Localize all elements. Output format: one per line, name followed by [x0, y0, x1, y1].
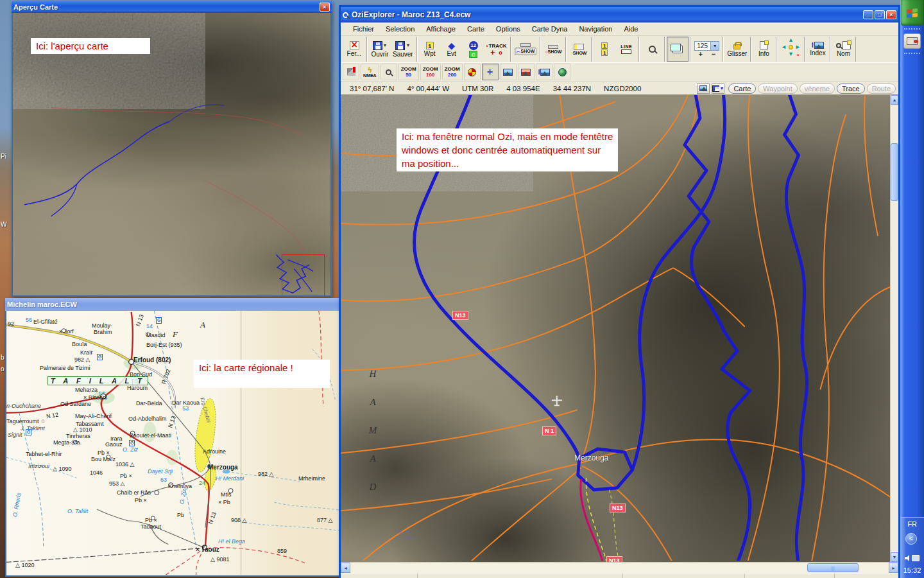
zoom-50-button[interactable]: ZOOM50 [398, 64, 419, 80]
show-routes-button[interactable]: SHOW [568, 37, 590, 62]
zoom-out-icon[interactable]: − [712, 51, 715, 57]
map-label: 982 △ [74, 356, 90, 363]
volume-icon[interactable] [905, 555, 911, 561]
distance-tools-button[interactable]: 11 [594, 37, 615, 62]
position-tool-button[interactable] [343, 64, 359, 80]
menu-selection[interactable]: Selection [380, 24, 420, 34]
compass-rose-button[interactable] [464, 64, 481, 80]
apercu-map[interactable]: Ici: l'aperçu carte [12, 13, 332, 297]
map-label: J. Taklimt [21, 425, 45, 432]
index-button[interactable]: IIndex [807, 37, 828, 62]
quick-launch-app-button[interactable] [903, 33, 921, 49]
minimize-icon[interactable]: _ [863, 10, 873, 19]
pan-down-icon[interactable]: ▼ [788, 51, 794, 57]
vertical-scroll-thumb[interactable] [891, 143, 898, 201]
auto-center-button[interactable]: ✛ [482, 64, 499, 80]
menu-options[interactable]: Options [490, 24, 526, 34]
pan-up-icon[interactable]: ▲ [788, 37, 794, 43]
event-tab-button[interactable]: vèneme [800, 83, 835, 94]
open-button[interactable]: ▼Ouvrir [369, 37, 391, 62]
map-image-alt-button[interactable] [518, 64, 535, 80]
vertical-scrollbar[interactable]: ▲ ▼ [890, 95, 898, 562]
menu-navigation[interactable]: Navigation [573, 24, 618, 34]
menu-affichage[interactable]: Affichage [420, 24, 461, 34]
map-label: Pb × [135, 497, 147, 504]
trace-tab-button[interactable]: Trace [837, 83, 865, 94]
info-button[interactable]: Info [753, 37, 774, 62]
horizontal-scroll-thumb[interactable]: ||| [807, 563, 859, 572]
point-count-button[interactable]: 12C [463, 37, 484, 62]
map-label: Pb × [145, 517, 157, 523]
event-button[interactable]: ◆Evt [441, 37, 463, 62]
windows-logo-icon [907, 8, 918, 18]
map-label: May-Ali-Chérif [75, 413, 112, 419]
index-map-icon [814, 42, 824, 49]
scroll-left-icon[interactable]: ◄ [341, 563, 350, 573]
app-icon [343, 12, 348, 18]
scroll-right-icon[interactable]: ► [889, 563, 898, 573]
chevron-down-icon[interactable]: ▼ [710, 42, 719, 50]
map-label: Dar-Belda [136, 400, 162, 407]
menu-carte-dyna[interactable]: Carte Dyna [526, 24, 574, 34]
map-label: R 702 [160, 368, 172, 385]
carte-tab-button[interactable]: Carte [728, 83, 756, 94]
map-image-button[interactable] [500, 64, 517, 80]
map-label: Zaouiet-el-Maati [130, 432, 171, 439]
name-search-button[interactable]: Nom [832, 37, 854, 62]
pan-right-icon[interactable]: ► [795, 44, 801, 50]
michelin-map[interactable]: 9256El-Gfifaté× JorfMoulay-BrahimN 13Maa… [5, 311, 386, 577]
nmea-button[interactable]: ϟNMEA [361, 64, 379, 80]
pan-left-icon[interactable]: ◄ [781, 44, 787, 50]
magnify-button[interactable] [641, 37, 663, 62]
menu-fichier[interactable]: Fichier [347, 24, 380, 34]
image-info-button[interactable]: I [536, 64, 553, 80]
map-label: F [173, 329, 178, 340]
quicksave-button[interactable]: ▼ [712, 83, 724, 94]
zoom-100-button[interactable]: ZOOM100 [420, 64, 441, 80]
waypoint-button[interactable]: 1Wpt [419, 37, 441, 62]
zoom-plus-button[interactable] [381, 64, 397, 80]
save-button[interactable]: ▼Sauver [391, 37, 415, 62]
apercu-titlebar[interactable]: Aperçu Carte × [12, 1, 332, 13]
line-tools-button[interactable]: LINE [615, 37, 637, 62]
route-shield: N13 [606, 556, 622, 562]
waypoint-tab-button[interactable]: Waypoint [758, 83, 797, 94]
track-control-button[interactable]: TRACK+o [484, 37, 509, 62]
overview-selection-rect[interactable] [282, 254, 325, 297]
scroll-down-icon[interactable]: ▼ [891, 552, 898, 562]
scroll-up-icon[interactable]: ▲ [891, 95, 898, 105]
label: b [1, 354, 4, 361]
close-map-button[interactable]: Fer... [343, 37, 365, 62]
drag-lock-button[interactable]: Glisser [725, 37, 749, 62]
horizontal-scrollbar[interactable]: ◄ ||| ► [341, 562, 898, 573]
close-icon[interactable]: × [320, 3, 330, 12]
web-map-button[interactable] [554, 64, 570, 80]
pan-cancel-icon[interactable]: × [796, 53, 799, 57]
window-mode-button[interactable] [667, 37, 689, 62]
show-track-button[interactable]: SHOW [513, 37, 539, 62]
count-badge: 12 [469, 41, 478, 50]
language-indicator[interactable]: FR [900, 520, 924, 528]
map-label: O. Talilit [67, 508, 88, 514]
map-label: Erfoud (802) [133, 356, 171, 363]
hide-icons-chevron[interactable]: < [905, 533, 917, 545]
ozi-titlebar[interactable]: OziExplorer - Maroc Z13_C4.ecw _ □ × [341, 7, 898, 22]
show-waypoints-button[interactable]: SHOW [542, 37, 564, 62]
zoom-in-icon[interactable]: + [698, 51, 702, 57]
screenshot-button[interactable] [697, 83, 710, 94]
pan-center-icon[interactable] [789, 45, 793, 49]
michelin-titlebar[interactable]: Michelin maroc.ECW ↕ × [5, 298, 386, 311]
close-icon[interactable]: × [886, 10, 896, 19]
ozi-map-view[interactable]: N13N 1N13N13 Merzouga Db 45Oued Ziz Ici:… [341, 95, 890, 562]
display-tray-icon[interactable] [912, 555, 920, 561]
menu-aide[interactable]: Aide [618, 24, 644, 34]
menu-carte[interactable]: Carte [461, 24, 490, 34]
route-tab-button[interactable]: Route [867, 83, 896, 94]
taskbar-divider [904, 53, 920, 55]
zoom-combo[interactable]: 125▼ [694, 41, 719, 51]
maximize-icon[interactable]: □ [875, 10, 885, 19]
zoom-200-button[interactable]: ZOOM200 [442, 64, 463, 80]
zoom-level-control[interactable]: 125▼ +− [692, 37, 721, 62]
start-button[interactable] [901, 0, 923, 26]
pan-control[interactable]: ▲ ◄► ▼× [778, 37, 803, 62]
